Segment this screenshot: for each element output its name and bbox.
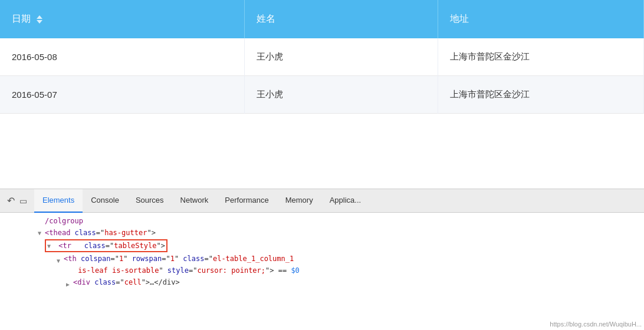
table-row: 2016-05-08 王小虎 上海市普陀区金沙江 (0, 38, 644, 76)
tab-memory[interactable]: Memory (277, 189, 321, 213)
header-date-label: 日期 (12, 14, 31, 24)
header-name-label: 姓名 (257, 14, 275, 24)
cell-address-2: 上海市普陀区金沙江 (438, 76, 643, 114)
triangle-icon-2: ▼ (47, 241, 53, 247)
code-line-1: /colgroup (0, 215, 644, 227)
highlight-box: ▼ <tr class="tableStyle"> (45, 239, 167, 252)
device-icon[interactable]: ▭ (19, 196, 27, 206)
tab-elements[interactable]: Elements (34, 189, 83, 213)
code-line-4: ▼ <th colspan="1" rowspan="1" class="el-… (0, 253, 644, 265)
devtools-tab-bar: ↶ ▭ Elements Console Sources Network Per… (0, 189, 644, 213)
code-line-3: ▼ <tr class="tableStyle"> (0, 239, 644, 253)
cursor-icon[interactable]: ↶ (7, 195, 15, 206)
table-row: 2016-05-07 王小虎 上海市普陀区金沙江 (0, 76, 644, 114)
code-line-5: ▶ <div class="cell">…</div> (0, 276, 644, 288)
tab-sources[interactable]: Sources (127, 189, 172, 213)
sort-down-icon (37, 20, 42, 24)
header-address-label: 地址 (450, 14, 469, 24)
cell-date-2: 2016-05-07 (0, 76, 245, 114)
triangle-icon: ▼ (38, 228, 44, 234)
tab-performance[interactable]: Performance (216, 189, 277, 213)
triangle-icon-3: ▼ (57, 256, 63, 262)
tab-application[interactable]: Applica... (321, 189, 369, 213)
sort-up-icon (37, 15, 42, 19)
devtools-panel: ↶ ▭ Elements Console Sources Network Per… (0, 189, 644, 330)
data-table: 日期 姓名 地址 2016-05-08 王小虎 上海市普陀区金沙江 (0, 0, 644, 114)
tab-network[interactable]: Network (172, 189, 217, 213)
cell-name-1: 王小虎 (245, 38, 438, 76)
header-address: 地址 (438, 0, 643, 38)
header-date[interactable]: 日期 (0, 0, 245, 38)
triangle-icon-4: ▶ (66, 279, 72, 285)
watermark: https://blog.csdn.net/WuqibuH... (550, 321, 642, 328)
code-line-2: ▼ <thead class="has-gutter"> (0, 227, 644, 239)
cell-name-2: 王小虎 (245, 76, 438, 114)
sort-arrows[interactable] (37, 15, 42, 24)
cell-address-1: 上海市普陀区金沙江 (438, 38, 643, 76)
devtools-content: /colgroup ▼ <thead class="has-gutter"> ▼… (0, 213, 644, 330)
code-line-4b: is-leaf is-sortable" style="cursor: poin… (0, 265, 644, 276)
tab-console[interactable]: Console (83, 189, 127, 213)
devtools-icons: ↶ ▭ (2, 195, 34, 206)
cell-date-1: 2016-05-08 (0, 38, 245, 76)
header-name: 姓名 (245, 0, 438, 38)
table-container: 日期 姓名 地址 2016-05-08 王小虎 上海市普陀区金沙江 (0, 0, 644, 189)
